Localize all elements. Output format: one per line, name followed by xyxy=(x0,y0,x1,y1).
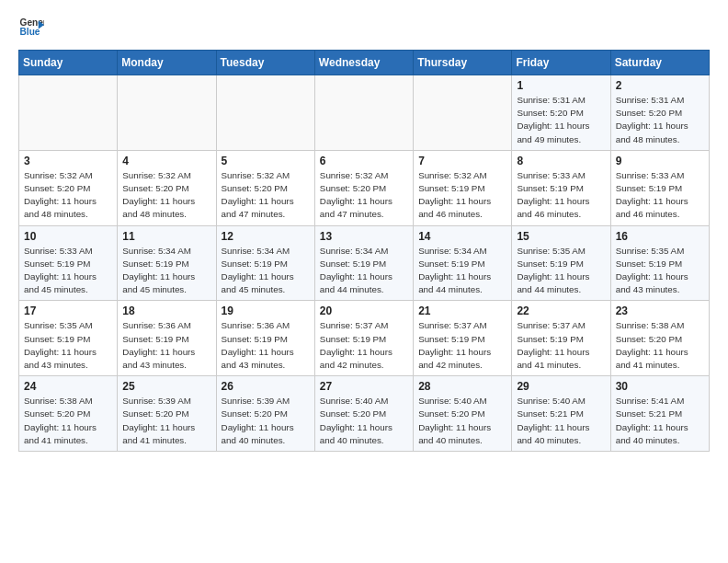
day-cell: 1Sunrise: 5:31 AMSunset: 5:20 PMDaylight… xyxy=(512,75,610,151)
day-cell: 15Sunrise: 5:35 AMSunset: 5:19 PMDayligh… xyxy=(512,225,610,301)
day-number: 17 xyxy=(24,304,112,317)
day-info: Sunrise: 5:31 AMSunset: 5:20 PMDaylight:… xyxy=(616,94,704,146)
day-info: Sunrise: 5:33 AMSunset: 5:19 PMDaylight:… xyxy=(517,169,605,222)
day-info: Sunrise: 5:36 AMSunset: 5:19 PMDaylight:… xyxy=(222,319,310,372)
day-info: Sunrise: 5:31 AMSunset: 5:20 PMDaylight:… xyxy=(517,94,605,146)
day-info: Sunrise: 5:37 AMSunset: 5:19 PMDaylight:… xyxy=(418,319,506,372)
day-cell: 17Sunrise: 5:35 AMSunset: 5:19 PMDayligh… xyxy=(19,301,118,376)
day-cell: 2Sunrise: 5:31 AMSunset: 5:20 PMDaylight… xyxy=(610,75,709,151)
weekday-tuesday: Tuesday xyxy=(216,51,314,75)
day-info: Sunrise: 5:41 AMSunset: 5:21 PMDaylight:… xyxy=(616,395,704,447)
weekday-monday: Monday xyxy=(118,51,216,75)
day-info: Sunrise: 5:36 AMSunset: 5:19 PMDaylight:… xyxy=(122,319,210,372)
day-info: Sunrise: 5:35 AMSunset: 5:19 PMDaylight:… xyxy=(517,245,605,297)
day-number: 30 xyxy=(616,380,704,393)
day-cell: 12Sunrise: 5:34 AMSunset: 5:19 PMDayligh… xyxy=(216,225,314,301)
day-number: 25 xyxy=(122,380,210,393)
day-cell xyxy=(118,75,216,151)
day-number: 29 xyxy=(517,380,605,393)
day-number: 12 xyxy=(222,230,310,243)
day-number: 6 xyxy=(320,155,408,167)
day-cell: 28Sunrise: 5:40 AMSunset: 5:20 PMDayligh… xyxy=(414,376,512,452)
week-row-5: 24Sunrise: 5:38 AMSunset: 5:20 PMDayligh… xyxy=(19,376,710,452)
day-cell: 5Sunrise: 5:32 AMSunset: 5:20 PMDaylight… xyxy=(216,150,314,225)
week-row-1: 1Sunrise: 5:31 AMSunset: 5:20 PMDaylight… xyxy=(19,75,710,151)
header: General Blue xyxy=(18,15,710,40)
day-info: Sunrise: 5:37 AMSunset: 5:19 PMDaylight:… xyxy=(320,319,408,372)
day-cell: 11Sunrise: 5:34 AMSunset: 5:19 PMDayligh… xyxy=(118,225,216,301)
day-number: 15 xyxy=(517,230,605,243)
logo-icon: General Blue xyxy=(18,15,44,40)
day-cell: 9Sunrise: 5:33 AMSunset: 5:19 PMDaylight… xyxy=(610,150,709,225)
day-number: 3 xyxy=(24,155,112,167)
day-info: Sunrise: 5:32 AMSunset: 5:20 PMDaylight:… xyxy=(122,169,210,222)
week-row-4: 17Sunrise: 5:35 AMSunset: 5:19 PMDayligh… xyxy=(19,301,710,376)
day-number: 20 xyxy=(320,304,408,317)
day-info: Sunrise: 5:33 AMSunset: 5:19 PMDaylight:… xyxy=(616,169,704,222)
day-info: Sunrise: 5:37 AMSunset: 5:19 PMDaylight:… xyxy=(517,319,605,372)
day-number: 19 xyxy=(222,304,310,317)
day-number: 5 xyxy=(222,155,310,167)
day-cell: 29Sunrise: 5:40 AMSunset: 5:21 PMDayligh… xyxy=(512,376,610,452)
day-info: Sunrise: 5:38 AMSunset: 5:20 PMDaylight:… xyxy=(616,319,704,372)
day-cell: 23Sunrise: 5:38 AMSunset: 5:20 PMDayligh… xyxy=(610,301,709,376)
day-number: 28 xyxy=(418,380,506,393)
day-info: Sunrise: 5:35 AMSunset: 5:19 PMDaylight:… xyxy=(616,245,704,297)
day-cell: 3Sunrise: 5:32 AMSunset: 5:20 PMDaylight… xyxy=(19,150,118,225)
day-cell: 26Sunrise: 5:39 AMSunset: 5:20 PMDayligh… xyxy=(216,376,314,452)
logo: General Blue xyxy=(18,15,44,40)
weekday-header-row: SundayMondayTuesdayWednesdayThursdayFrid… xyxy=(19,51,710,75)
day-info: Sunrise: 5:33 AMSunset: 5:19 PMDaylight:… xyxy=(24,245,112,297)
day-cell xyxy=(414,75,512,151)
day-number: 27 xyxy=(320,380,408,393)
day-number: 22 xyxy=(517,304,605,317)
day-cell: 14Sunrise: 5:34 AMSunset: 5:19 PMDayligh… xyxy=(414,225,512,301)
week-row-2: 3Sunrise: 5:32 AMSunset: 5:20 PMDaylight… xyxy=(19,150,710,225)
day-cell: 6Sunrise: 5:32 AMSunset: 5:20 PMDaylight… xyxy=(314,150,413,225)
day-number: 21 xyxy=(418,304,506,317)
day-cell: 20Sunrise: 5:37 AMSunset: 5:19 PMDayligh… xyxy=(314,301,413,376)
day-cell xyxy=(314,75,413,151)
weekday-wednesday: Wednesday xyxy=(314,51,413,75)
day-info: Sunrise: 5:32 AMSunset: 5:20 PMDaylight:… xyxy=(222,169,310,222)
day-info: Sunrise: 5:38 AMSunset: 5:20 PMDaylight:… xyxy=(24,395,112,447)
day-number: 2 xyxy=(616,79,704,92)
week-row-3: 10Sunrise: 5:33 AMSunset: 5:19 PMDayligh… xyxy=(19,225,710,301)
day-cell: 4Sunrise: 5:32 AMSunset: 5:20 PMDaylight… xyxy=(118,150,216,225)
day-cell: 22Sunrise: 5:37 AMSunset: 5:19 PMDayligh… xyxy=(512,301,610,376)
day-number: 11 xyxy=(122,230,210,243)
day-cell: 16Sunrise: 5:35 AMSunset: 5:19 PMDayligh… xyxy=(610,225,709,301)
day-info: Sunrise: 5:32 AMSunset: 5:20 PMDaylight:… xyxy=(24,169,112,222)
page: General Blue SundayMondayTuesdayWednesda… xyxy=(0,0,728,466)
calendar-table: SundayMondayTuesdayWednesdayThursdayFrid… xyxy=(18,50,710,452)
day-number: 10 xyxy=(24,230,112,243)
day-info: Sunrise: 5:40 AMSunset: 5:20 PMDaylight:… xyxy=(320,395,408,447)
day-cell: 10Sunrise: 5:33 AMSunset: 5:19 PMDayligh… xyxy=(19,225,118,301)
svg-text:Blue: Blue xyxy=(20,27,40,37)
day-number: 24 xyxy=(24,380,112,393)
day-info: Sunrise: 5:32 AMSunset: 5:19 PMDaylight:… xyxy=(418,169,506,222)
day-info: Sunrise: 5:34 AMSunset: 5:19 PMDaylight:… xyxy=(418,245,506,297)
day-number: 13 xyxy=(320,230,408,243)
weekday-friday: Friday xyxy=(512,51,610,75)
day-number: 4 xyxy=(122,155,210,167)
day-number: 9 xyxy=(616,155,704,167)
day-cell: 13Sunrise: 5:34 AMSunset: 5:19 PMDayligh… xyxy=(314,225,413,301)
day-info: Sunrise: 5:39 AMSunset: 5:20 PMDaylight:… xyxy=(222,395,310,447)
day-info: Sunrise: 5:34 AMSunset: 5:19 PMDaylight:… xyxy=(222,245,310,297)
day-info: Sunrise: 5:39 AMSunset: 5:20 PMDaylight:… xyxy=(122,395,210,447)
day-info: Sunrise: 5:40 AMSunset: 5:21 PMDaylight:… xyxy=(517,395,605,447)
day-info: Sunrise: 5:40 AMSunset: 5:20 PMDaylight:… xyxy=(418,395,506,447)
day-number: 23 xyxy=(616,304,704,317)
day-number: 8 xyxy=(517,155,605,167)
day-number: 1 xyxy=(517,79,605,92)
day-cell: 25Sunrise: 5:39 AMSunset: 5:20 PMDayligh… xyxy=(118,376,216,452)
day-cell: 27Sunrise: 5:40 AMSunset: 5:20 PMDayligh… xyxy=(314,376,413,452)
day-cell: 8Sunrise: 5:33 AMSunset: 5:19 PMDaylight… xyxy=(512,150,610,225)
weekday-sunday: Sunday xyxy=(19,51,118,75)
day-number: 16 xyxy=(616,230,704,243)
day-cell: 24Sunrise: 5:38 AMSunset: 5:20 PMDayligh… xyxy=(19,376,118,452)
weekday-saturday: Saturday xyxy=(610,51,709,75)
day-number: 7 xyxy=(418,155,506,167)
day-info: Sunrise: 5:35 AMSunset: 5:19 PMDaylight:… xyxy=(24,319,112,372)
